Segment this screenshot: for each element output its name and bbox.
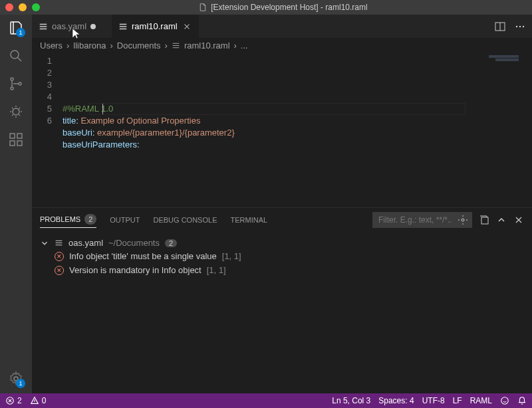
- chevron-right-icon: ›: [110, 41, 112, 51]
- svg-rect-6: [10, 141, 15, 146]
- svg-point-12: [519, 25, 521, 27]
- search-icon[interactable]: [8, 48, 24, 64]
- status-language[interactable]: RAML: [470, 396, 492, 405]
- minimap[interactable]: [466, 52, 532, 207]
- source-control-icon[interactable]: [8, 76, 24, 92]
- problem-location: [1, 1]: [207, 265, 226, 275]
- svg-point-11: [516, 25, 517, 27]
- svg-rect-15: [481, 217, 488, 224]
- status-encoding[interactable]: UTF-8: [422, 396, 445, 405]
- explorer-icon[interactable]: 1: [8, 20, 24, 36]
- minimize-window-button[interactable]: [19, 3, 27, 11]
- svg-point-17: [501, 397, 509, 405]
- breadcrumb[interactable]: Users › llibarona › Documents › raml10.r…: [32, 38, 532, 52]
- file-icon: [55, 239, 63, 247]
- tab-label: oas.yaml: [52, 21, 86, 31]
- crumb[interactable]: Documents: [117, 41, 161, 51]
- chevron-right-icon: ›: [66, 41, 69, 51]
- chevron-right-icon: ›: [165, 41, 168, 51]
- error-icon: ✕: [55, 252, 64, 261]
- problem-item[interactable]: ✕Info object 'title' must be a single va…: [40, 249, 524, 263]
- tab-raml10-raml[interactable]: raml10.raml: [112, 15, 199, 38]
- crumb[interactable]: raml10.raml: [184, 41, 230, 51]
- file-icon: [39, 22, 48, 31]
- activity-bar: 1 1: [0, 15, 32, 393]
- chevron-right-icon: ›: [234, 41, 237, 51]
- bottom-panel: Problems 2 Output Debug Console Terminal: [32, 207, 532, 393]
- status-errors[interactable]: 2: [5, 396, 22, 405]
- tab-label: raml10.raml: [132, 21, 178, 31]
- text-cursor: [102, 104, 103, 114]
- tab-oas-yaml[interactable]: oas.yaml: [32, 15, 112, 38]
- settings-badge: 1: [16, 379, 25, 388]
- crumb[interactable]: llibarona: [73, 41, 106, 51]
- more-actions-icon[interactable]: [515, 21, 525, 32]
- collapse-all-icon[interactable]: [479, 215, 489, 225]
- tab-problems[interactable]: Problems 2: [40, 211, 96, 228]
- problems-count-badge: 2: [84, 214, 96, 225]
- chevron-down-icon[interactable]: [40, 239, 49, 248]
- problem-file-path: ~/Documents: [108, 238, 160, 248]
- close-icon[interactable]: [182, 21, 192, 32]
- file-problem-count: 2: [165, 239, 177, 247]
- line-numbers: 123456: [32, 52, 63, 207]
- svg-rect-7: [17, 141, 22, 146]
- problem-message: Info object 'title' must be a single val…: [69, 251, 217, 261]
- problem-message: Version is mandatory in Info object: [69, 265, 201, 275]
- svg-point-3: [19, 82, 21, 85]
- error-icon: ✕: [55, 266, 64, 275]
- titlebar: [Extension Development Host] - raml10.ra…: [0, 0, 532, 15]
- maximize-window-button[interactable]: [32, 3, 40, 11]
- tab-debug-console[interactable]: Debug Console: [154, 213, 217, 227]
- problem-file-name: oas.yaml: [68, 238, 103, 248]
- titlebar-title: [Extension Development Host] - raml10.ra…: [40, 3, 527, 12]
- close-window-button[interactable]: [5, 3, 13, 11]
- notifications-bell-icon[interactable]: [517, 396, 527, 405]
- problem-item[interactable]: ✕Version is mandatory in Info object[1, …: [40, 263, 524, 277]
- svg-rect-5: [10, 134, 15, 138]
- status-warnings[interactable]: 0: [30, 396, 47, 405]
- problem-location: [1, 1]: [222, 251, 241, 261]
- close-panel-icon[interactable]: [513, 215, 524, 225]
- svg-point-4: [13, 108, 19, 115]
- crumb[interactable]: ...: [241, 41, 248, 51]
- status-eol[interactable]: LF: [453, 396, 462, 405]
- editor-tabs: oas.yaml raml10.raml: [32, 15, 532, 38]
- svg-rect-8: [17, 134, 22, 138]
- status-cursor-position[interactable]: Ln 5, Col 3: [332, 396, 370, 405]
- tab-output[interactable]: Output: [110, 213, 140, 227]
- status-indentation[interactable]: Spaces: 4: [378, 396, 414, 405]
- filter-settings-icon[interactable]: [458, 215, 468, 225]
- dirty-indicator-icon: [90, 24, 96, 29]
- feedback-smiley-icon[interactable]: [500, 396, 509, 405]
- code-content[interactable]: #%RAML 1.0title: Example of Optional Pro…: [63, 52, 532, 207]
- svg-point-2: [11, 87, 13, 90]
- svg-point-14: [462, 219, 464, 221]
- svg-point-13: [523, 25, 524, 27]
- tab-terminal[interactable]: Terminal: [230, 213, 267, 227]
- file-icon: [118, 22, 128, 31]
- extensions-icon[interactable]: [8, 132, 24, 148]
- chevron-up-icon[interactable]: [496, 215, 507, 225]
- file-icon: [172, 41, 180, 50]
- split-editor-icon[interactable]: [495, 21, 505, 32]
- debug-icon[interactable]: [8, 104, 24, 120]
- file-icon: [199, 3, 207, 11]
- crumb[interactable]: Users: [40, 41, 63, 51]
- problem-file-row[interactable]: oas.yaml ~/Documents 2: [40, 237, 524, 249]
- status-bar: 2 0 Ln 5, Col 3 Spaces: 4 UTF-8 LF RAML: [0, 393, 532, 408]
- explorer-badge: 1: [16, 28, 25, 37]
- window-controls: [5, 3, 40, 11]
- settings-gear-icon[interactable]: 1: [8, 371, 24, 387]
- svg-point-0: [11, 51, 19, 58]
- svg-point-1: [11, 78, 13, 80]
- code-editor[interactable]: 123456 #%RAML 1.0title: Example of Optio…: [32, 52, 532, 207]
